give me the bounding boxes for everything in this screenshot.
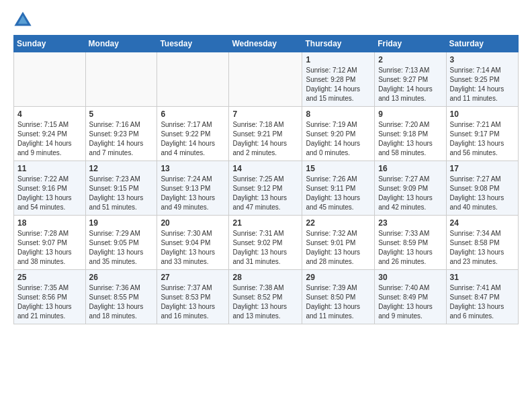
calendar-cell: 24Sunrise: 7:34 AM Sunset: 8:58 PM Dayli… xyxy=(446,216,518,270)
calendar-cell: 19Sunrise: 7:29 AM Sunset: 9:05 PM Dayli… xyxy=(85,216,157,270)
day-info: Sunrise: 7:13 AM Sunset: 9:27 PM Dayligh… xyxy=(378,66,442,103)
calendar-cell: 23Sunrise: 7:33 AM Sunset: 8:59 PM Dayli… xyxy=(375,216,446,270)
day-info: Sunrise: 7:29 AM Sunset: 9:05 PM Dayligh… xyxy=(89,229,154,267)
day-info: Sunrise: 7:28 AM Sunset: 9:07 PM Dayligh… xyxy=(17,229,82,267)
day-number: 22 xyxy=(306,218,371,228)
col-header-tuesday: Tuesday xyxy=(157,36,229,52)
calendar-cell: 11Sunrise: 7:22 AM Sunset: 9:16 PM Dayli… xyxy=(14,161,86,216)
day-number: 29 xyxy=(306,273,371,282)
day-number: 21 xyxy=(232,218,298,228)
day-number: 31 xyxy=(450,273,515,282)
col-header-friday: Friday xyxy=(375,36,446,52)
calendar-cell: 14Sunrise: 7:25 AM Sunset: 9:12 PM Dayli… xyxy=(229,161,302,216)
day-number: 7 xyxy=(232,109,298,119)
day-info: Sunrise: 7:36 AM Sunset: 8:55 PM Dayligh… xyxy=(89,283,154,321)
calendar-cell xyxy=(229,52,302,107)
day-number: 2 xyxy=(378,55,442,64)
calendar-cell: 7Sunrise: 7:18 AM Sunset: 9:21 PM Daylig… xyxy=(229,107,302,161)
day-number: 5 xyxy=(89,109,154,119)
day-number: 4 xyxy=(17,109,82,119)
day-number: 20 xyxy=(161,218,225,228)
day-number: 18 xyxy=(17,218,82,228)
calendar-cell: 29Sunrise: 7:39 AM Sunset: 8:50 PM Dayli… xyxy=(302,270,375,324)
calendar-cell: 31Sunrise: 7:41 AM Sunset: 8:47 PM Dayli… xyxy=(446,270,518,324)
day-number: 8 xyxy=(306,109,371,119)
calendar-cell: 12Sunrise: 7:23 AM Sunset: 9:15 PM Dayli… xyxy=(85,161,157,216)
calendar-week-row: 18Sunrise: 7:28 AM Sunset: 9:07 PM Dayli… xyxy=(14,216,519,270)
day-info: Sunrise: 7:18 AM Sunset: 9:21 PM Dayligh… xyxy=(232,120,298,158)
day-info: Sunrise: 7:19 AM Sunset: 9:20 PM Dayligh… xyxy=(306,120,371,158)
day-info: Sunrise: 7:22 AM Sunset: 9:16 PM Dayligh… xyxy=(17,175,82,212)
day-number: 13 xyxy=(161,164,225,173)
day-info: Sunrise: 7:40 AM Sunset: 8:49 PM Dayligh… xyxy=(378,283,442,321)
calendar-cell: 2Sunrise: 7:13 AM Sunset: 9:27 PM Daylig… xyxy=(375,52,446,107)
day-info: Sunrise: 7:20 AM Sunset: 9:18 PM Dayligh… xyxy=(378,120,442,158)
calendar-cell: 21Sunrise: 7:31 AM Sunset: 9:02 PM Dayli… xyxy=(229,216,302,270)
day-info: Sunrise: 7:14 AM Sunset: 9:25 PM Dayligh… xyxy=(450,66,515,103)
day-info: Sunrise: 7:31 AM Sunset: 9:02 PM Dayligh… xyxy=(232,229,298,267)
calendar-cell: 25Sunrise: 7:35 AM Sunset: 8:56 PM Dayli… xyxy=(14,270,86,324)
day-info: Sunrise: 7:34 AM Sunset: 8:58 PM Dayligh… xyxy=(450,229,515,267)
logo-icon xyxy=(13,11,32,30)
calendar-cell: 9Sunrise: 7:20 AM Sunset: 9:18 PM Daylig… xyxy=(375,107,446,161)
day-info: Sunrise: 7:27 AM Sunset: 9:08 PM Dayligh… xyxy=(450,175,515,212)
calendar-cell xyxy=(157,52,229,107)
day-number: 16 xyxy=(378,164,442,173)
day-info: Sunrise: 7:23 AM Sunset: 9:15 PM Dayligh… xyxy=(89,175,154,212)
calendar-cell xyxy=(14,52,86,107)
day-info: Sunrise: 7:39 AM Sunset: 8:50 PM Dayligh… xyxy=(306,283,371,321)
calendar-cell: 6Sunrise: 7:17 AM Sunset: 9:22 PM Daylig… xyxy=(157,107,229,161)
calendar-cell: 22Sunrise: 7:32 AM Sunset: 9:01 PM Dayli… xyxy=(302,216,375,270)
logo xyxy=(13,11,35,30)
day-info: Sunrise: 7:21 AM Sunset: 9:17 PM Dayligh… xyxy=(450,120,515,158)
day-info: Sunrise: 7:24 AM Sunset: 9:13 PM Dayligh… xyxy=(161,175,225,212)
day-info: Sunrise: 7:41 AM Sunset: 8:47 PM Dayligh… xyxy=(450,283,515,321)
calendar-week-row: 11Sunrise: 7:22 AM Sunset: 9:16 PM Dayli… xyxy=(14,161,519,216)
day-number: 27 xyxy=(161,273,225,282)
day-info: Sunrise: 7:37 AM Sunset: 8:53 PM Dayligh… xyxy=(161,283,225,321)
calendar-cell: 16Sunrise: 7:27 AM Sunset: 9:09 PM Dayli… xyxy=(375,161,446,216)
calendar-cell: 17Sunrise: 7:27 AM Sunset: 9:08 PM Dayli… xyxy=(446,161,518,216)
day-info: Sunrise: 7:32 AM Sunset: 9:01 PM Dayligh… xyxy=(306,229,371,267)
calendar-cell: 30Sunrise: 7:40 AM Sunset: 8:49 PM Dayli… xyxy=(375,270,446,324)
day-number: 9 xyxy=(378,109,442,119)
day-number: 14 xyxy=(232,164,298,173)
calendar-cell: 1Sunrise: 7:12 AM Sunset: 9:28 PM Daylig… xyxy=(302,52,375,107)
calendar-week-row: 4Sunrise: 7:15 AM Sunset: 9:24 PM Daylig… xyxy=(14,107,519,161)
calendar-header-row: SundayMondayTuesdayWednesdayThursdayFrid… xyxy=(14,36,519,52)
col-header-wednesday: Wednesday xyxy=(229,36,302,52)
day-info: Sunrise: 7:17 AM Sunset: 9:22 PM Dayligh… xyxy=(161,120,225,158)
calendar-cell: 5Sunrise: 7:16 AM Sunset: 9:23 PM Daylig… xyxy=(85,107,157,161)
calendar-week-row: 25Sunrise: 7:35 AM Sunset: 8:56 PM Dayli… xyxy=(14,270,519,324)
calendar-cell xyxy=(85,52,157,107)
calendar-cell: 4Sunrise: 7:15 AM Sunset: 9:24 PM Daylig… xyxy=(14,107,86,161)
day-number: 10 xyxy=(450,109,515,119)
day-number: 30 xyxy=(378,273,442,282)
col-header-saturday: Saturday xyxy=(446,36,518,52)
calendar-table: SundayMondayTuesdayWednesdayThursdayFrid… xyxy=(13,35,519,324)
calendar-cell: 15Sunrise: 7:26 AM Sunset: 9:11 PM Dayli… xyxy=(302,161,375,216)
day-info: Sunrise: 7:25 AM Sunset: 9:12 PM Dayligh… xyxy=(232,175,298,212)
col-header-monday: Monday xyxy=(85,36,157,52)
day-info: Sunrise: 7:16 AM Sunset: 9:23 PM Dayligh… xyxy=(89,120,154,158)
day-info: Sunrise: 7:26 AM Sunset: 9:11 PM Dayligh… xyxy=(306,175,371,212)
calendar-cell: 3Sunrise: 7:14 AM Sunset: 9:25 PM Daylig… xyxy=(446,52,518,107)
day-number: 3 xyxy=(450,55,515,64)
day-info: Sunrise: 7:35 AM Sunset: 8:56 PM Dayligh… xyxy=(17,283,82,321)
day-number: 15 xyxy=(306,164,371,173)
day-info: Sunrise: 7:33 AM Sunset: 8:59 PM Dayligh… xyxy=(378,229,442,267)
calendar-week-row: 1Sunrise: 7:12 AM Sunset: 9:28 PM Daylig… xyxy=(14,52,519,107)
page-header xyxy=(13,11,519,30)
calendar-cell: 20Sunrise: 7:30 AM Sunset: 9:04 PM Dayli… xyxy=(157,216,229,270)
day-number: 17 xyxy=(450,164,515,173)
day-info: Sunrise: 7:12 AM Sunset: 9:28 PM Dayligh… xyxy=(306,66,371,103)
day-number: 25 xyxy=(17,273,82,282)
calendar-cell: 18Sunrise: 7:28 AM Sunset: 9:07 PM Dayli… xyxy=(14,216,86,270)
col-header-sunday: Sunday xyxy=(14,36,86,52)
day-info: Sunrise: 7:27 AM Sunset: 9:09 PM Dayligh… xyxy=(378,175,442,212)
day-info: Sunrise: 7:38 AM Sunset: 8:52 PM Dayligh… xyxy=(232,283,298,321)
day-number: 28 xyxy=(232,273,298,282)
calendar-cell: 26Sunrise: 7:36 AM Sunset: 8:55 PM Dayli… xyxy=(85,270,157,324)
day-number: 1 xyxy=(306,55,371,64)
day-number: 24 xyxy=(450,218,515,228)
